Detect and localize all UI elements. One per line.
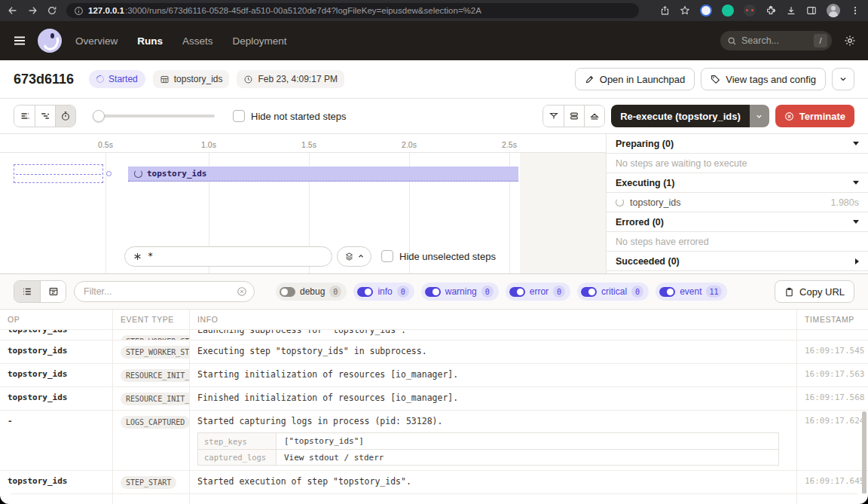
collapse-panel-button[interactable] (543, 105, 564, 127)
level-toggle-critical[interactable]: critical 0 (577, 283, 649, 301)
axis-tick: 0.5s (98, 140, 113, 149)
zoom-layers-button[interactable] (337, 246, 371, 267)
run-header: 673d6116 Started topstory_ids Feb 23, 4:… (0, 60, 868, 99)
clear-filter-icon[interactable] (237, 286, 247, 297)
extensions-puzzle-icon[interactable] (766, 5, 776, 16)
spinner-icon (616, 198, 624, 206)
section-executing[interactable]: Executing (1) (607, 173, 868, 193)
level-toggle-error[interactable]: error 0 (506, 283, 570, 301)
section-preparing[interactable]: Preparing (0) (607, 134, 868, 154)
open-in-launchpad-button[interactable]: Open in Launchpad (575, 68, 695, 90)
spinner-icon (95, 74, 105, 84)
preparing-empty-text: No steps are waiting to execute (607, 154, 868, 173)
reload-icon[interactable] (47, 5, 57, 16)
split-rows-button[interactable] (564, 105, 584, 127)
table-row[interactable]: topstory_ids STEP_WORKER_STARTI… Launchi… (0, 330, 868, 341)
terminate-button[interactable]: Terminate (775, 105, 854, 127)
level-count-badge: 0 (553, 286, 565, 298)
run-id: 673d6116 (14, 72, 74, 87)
log-filter-box[interactable] (74, 281, 255, 302)
back-icon[interactable] (8, 5, 18, 16)
table-row[interactable]: topstory_ids STEP_START Started executio… (0, 471, 868, 494)
gantt-view-mode-group (14, 105, 76, 127)
step-selector-input-wrap[interactable] (124, 246, 332, 267)
table-row[interactable]: topstory_ids STEP_WORKER_STARTED Executi… (0, 341, 868, 364)
executing-step-row[interactable]: topstory_ids 1.980s (607, 193, 868, 212)
dagster-logo[interactable] (38, 29, 62, 53)
flat-view-button[interactable] (14, 105, 35, 127)
checkbox-box[interactable] (233, 110, 245, 122)
expand-panel-button[interactable] (584, 105, 604, 127)
clipboard-icon (784, 287, 794, 297)
nav-item-runs[interactable]: Runs (137, 35, 163, 47)
url-path: :3000/runs/673d6116-0528-45df-a510-00a51… (125, 6, 481, 15)
status-badge: Started (89, 70, 145, 88)
search-shortcut-badge: / (814, 34, 827, 47)
nav-item-assets[interactable]: Assets (182, 35, 213, 47)
zoom-slider[interactable] (93, 110, 215, 122)
table-row[interactable]: topstory_ids RESOURCE_INIT_STAR… Startin… (0, 364, 868, 387)
site-info-icon[interactable] (74, 6, 84, 16)
axis-tick: 1.0s (201, 140, 216, 149)
section-succeeded[interactable]: Succeeded (0) (607, 252, 868, 271)
downloads-icon[interactable] (786, 5, 796, 16)
waterfall-view-button[interactable] (35, 105, 55, 127)
step-selector-input[interactable] (148, 251, 298, 261)
view-stdout-stderr-link[interactable]: View stdout / stderr (277, 453, 778, 463)
slider-knob[interactable] (93, 110, 105, 122)
toggle-icon (581, 287, 597, 297)
job-tag[interactable]: topstory_ids (153, 70, 230, 88)
hide-not-started-checkbox[interactable]: Hide not started steps (233, 110, 346, 122)
gear-icon[interactable] (844, 35, 856, 47)
table-row-logs-captured[interactable]: - LOGS_CAPTURED Started capturing logs i… (0, 411, 868, 471)
toggle-icon (509, 287, 525, 297)
reexecute-button[interactable]: Re-execute (topstory_ids) (611, 105, 769, 127)
view-tags-config-button[interactable]: View tags and config (701, 68, 826, 90)
level-count-badge: 0 (481, 286, 494, 298)
level-toggle-debug[interactable]: debug 0 (276, 283, 347, 301)
section-errored[interactable]: Errored (0) (607, 212, 868, 232)
gantt-time-axis: 0.5s 1.0s 1.5s 2.0s 2.5s (0, 134, 606, 153)
share-icon[interactable] (660, 5, 670, 16)
extension-grammarly-icon[interactable] (722, 5, 734, 17)
errored-empty-text: No steps have errored (607, 232, 868, 252)
level-toggle-warning[interactable]: warning 0 (421, 283, 499, 301)
profile-avatar[interactable] (827, 4, 840, 17)
event-type-badge: STEP_START (121, 476, 176, 489)
extension-colorpicker-icon[interactable] (700, 5, 712, 17)
log-scrollbar-thumb[interactable] (862, 411, 866, 494)
gantt-step-bar[interactable]: topstory_ids (128, 166, 518, 182)
toggle-icon (425, 287, 441, 297)
bookmark-star-icon[interactable] (680, 5, 690, 16)
step-status-panel: Preparing (0) No steps are waiting to ex… (607, 134, 868, 273)
kebab-menu-icon[interactable] (850, 5, 860, 16)
copy-url-button[interactable]: Copy URL (775, 280, 854, 303)
list-view-button[interactable] (14, 281, 40, 302)
sidebar-toggle-icon[interactable] (806, 5, 817, 16)
gantt-selection-box[interactable] (14, 164, 103, 183)
caret-down-icon (853, 220, 859, 224)
extension-goblin-icon[interactable] (744, 5, 756, 17)
search-input[interactable] (741, 35, 802, 46)
timed-view-button[interactable] (55, 105, 75, 127)
table-row[interactable]: topstory_ids RESOURCE_INIT_SUCC… Finishe… (0, 387, 868, 411)
log-filter-input[interactable] (84, 286, 237, 297)
hide-unselected-checkbox[interactable]: Hide unselected steps (381, 250, 496, 262)
structured-view-button[interactable] (40, 281, 66, 302)
address-bar[interactable]: 127.0.0.1 :3000/runs/673d6116-0528-45df-… (66, 3, 639, 18)
more-actions-button[interactable] (832, 68, 854, 90)
level-toggle-event[interactable]: event 11 (656, 283, 726, 301)
slider-track[interactable] (93, 115, 215, 118)
global-search[interactable]: / (720, 31, 832, 50)
level-count-badge: 0 (397, 286, 409, 298)
event-type-badge: STEP_WORKER_STARTED (121, 346, 190, 359)
search-icon (727, 36, 737, 46)
checkbox-box[interactable] (381, 250, 393, 262)
nav-item-overview[interactable]: Overview (75, 35, 118, 47)
forward-icon[interactable] (27, 5, 38, 16)
reexecute-dropdown[interactable] (750, 105, 769, 127)
hamburger-icon[interactable] (12, 33, 27, 48)
nav-item-deployment[interactable]: Deployment (233, 35, 287, 47)
event-type-badge: RESOURCE_INIT_SUCC… (121, 393, 190, 405)
level-toggle-info[interactable]: info 0 (353, 283, 414, 301)
